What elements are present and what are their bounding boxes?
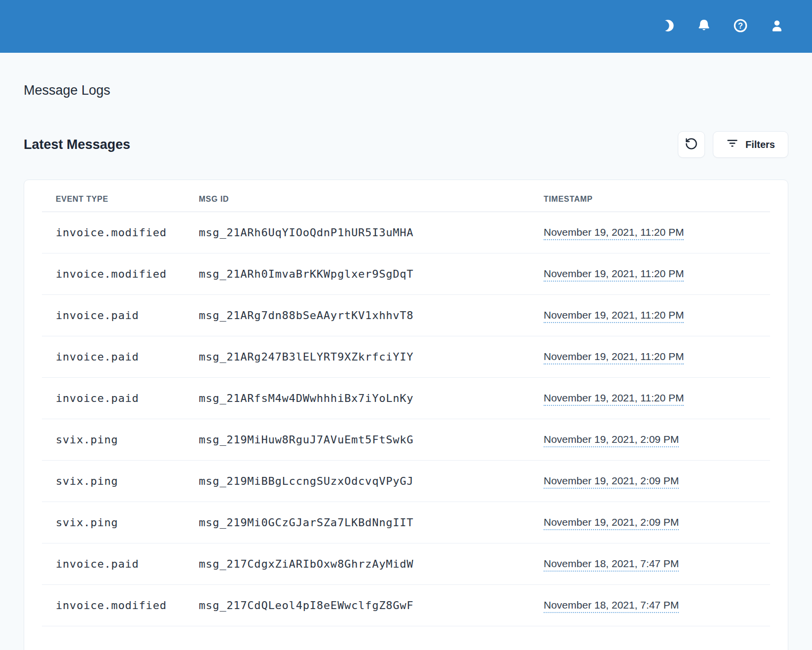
timestamp-value[interactable]: November 19, 2021, 2:09 PM	[544, 433, 679, 447]
timestamp-cell: November 19, 2021, 11:20 PM	[544, 212, 770, 253]
msg-id-cell: msg_217CdQLeol4pI8eEWwclfgZ8GwF	[199, 584, 544, 626]
table-row[interactable]: invoice.modified msg_21ARh6UqYIOoQdnP1hU…	[42, 212, 770, 253]
filters-button-label: Filters	[745, 139, 775, 150]
timestamp-value[interactable]: November 18, 2021, 7:47 PM	[544, 558, 679, 572]
table-row[interactable]: invoice.paid msg_21ARg7dn88bSeAAyrtKV1xh…	[42, 294, 770, 336]
section-heading: Latest Messages	[24, 137, 130, 152]
event-type-cell: invoice.paid	[42, 377, 199, 419]
event-type-cell: svix.ping	[42, 419, 199, 460]
filters-button[interactable]: Filters	[713, 131, 788, 158]
msg-id-cell: msg_21ARg7dn88bSeAAyrtKV1xhhvT8	[199, 294, 544, 336]
event-type-cell: svix.ping	[42, 502, 199, 543]
table-body: invoice.modified msg_21ARh6UqYIOoQdnP1hU…	[42, 212, 770, 626]
timestamp-value[interactable]: November 19, 2021, 11:20 PM	[544, 226, 684, 240]
event-type-cell: svix.ping	[42, 460, 199, 502]
event-type-cell: invoice.modified	[42, 212, 199, 253]
timestamp-cell: November 19, 2021, 11:20 PM	[544, 336, 770, 377]
table-row[interactable]: svix.ping msg_219MiHuw8RguJ7AVuEmt5FtSwk…	[42, 419, 770, 460]
msg-id-cell: msg_21ARfsM4w4DWwhhhiBx7iYoLnKy	[199, 377, 544, 419]
table-row[interactable]: invoice.paid msg_21ARfsM4w4DWwhhhiBx7iYo…	[42, 377, 770, 419]
msg-id-cell: msg_21ARg247B3lELYRT9XZkrfciYIY	[199, 336, 544, 377]
dark-mode-toggle[interactable]	[659, 18, 676, 35]
msg-id-cell: msg_21ARh0ImvaBrKKWpglxer9SgDqT	[199, 253, 544, 294]
msg-id-cell: msg_21ARh6UqYIOoQdnP1hUR5I3uMHA	[199, 212, 544, 253]
table-header-row: EVENT TYPE MSG ID TIMESTAMP	[42, 180, 770, 212]
timestamp-value[interactable]: November 19, 2021, 11:20 PM	[544, 309, 684, 323]
svg-text:?: ?	[738, 21, 743, 30]
timestamp-cell: November 19, 2021, 2:09 PM	[544, 502, 770, 543]
table-row[interactable]: invoice.paid msg_217CdgxZiARIbOxw8GhrzAy…	[42, 543, 770, 584]
table-row[interactable]: invoice.modified msg_21ARh0ImvaBrKKWpglx…	[42, 253, 770, 294]
messages-card: EVENT TYPE MSG ID TIMESTAMP invoice.modi…	[24, 180, 788, 650]
timestamp-value[interactable]: November 19, 2021, 11:20 PM	[544, 392, 684, 406]
event-type-cell: invoice.paid	[42, 336, 199, 377]
timestamp-value[interactable]: November 18, 2021, 7:47 PM	[544, 599, 679, 613]
page-title: Message Logs	[24, 53, 788, 98]
column-header-event-type: EVENT TYPE	[42, 180, 199, 212]
timestamp-value[interactable]: November 19, 2021, 11:20 PM	[544, 351, 684, 364]
timestamp-cell: November 18, 2021, 7:47 PM	[544, 543, 770, 584]
timestamp-value[interactable]: November 19, 2021, 2:09 PM	[544, 475, 679, 489]
timestamp-cell: November 18, 2021, 7:47 PM	[544, 584, 770, 626]
messages-table: EVENT TYPE MSG ID TIMESTAMP invoice.modi…	[42, 180, 770, 626]
timestamp-cell: November 19, 2021, 11:20 PM	[544, 253, 770, 294]
filter-icon	[726, 137, 738, 152]
timestamp-cell: November 19, 2021, 11:20 PM	[544, 377, 770, 419]
table-row[interactable]: svix.ping msg_219MiBBgLccngSUzxOdcvqVPyG…	[42, 460, 770, 502]
table-row[interactable]: invoice.paid msg_21ARg247B3lELYRT9XZkrfc…	[42, 336, 770, 377]
timestamp-value[interactable]: November 19, 2021, 2:09 PM	[544, 516, 679, 530]
topbar: ?	[0, 0, 812, 53]
timestamp-cell: November 19, 2021, 2:09 PM	[544, 460, 770, 502]
help-button[interactable]: ?	[732, 18, 749, 35]
event-type-cell: invoice.paid	[42, 543, 199, 584]
refresh-button[interactable]	[678, 131, 705, 158]
column-header-msg-id: MSG ID	[199, 180, 544, 212]
moon-icon	[660, 18, 675, 35]
profile-icon	[770, 18, 784, 35]
msg-id-cell: msg_219MiBBgLccngSUzxOdcvqVPyGJ	[199, 460, 544, 502]
event-type-cell: invoice.modified	[42, 584, 199, 626]
section-actions: Filters	[678, 131, 788, 158]
timestamp-cell: November 19, 2021, 2:09 PM	[544, 419, 770, 460]
timestamp-value[interactable]: November 19, 2021, 11:20 PM	[544, 268, 684, 282]
bell-icon	[697, 18, 711, 35]
profile-button[interactable]	[769, 18, 785, 35]
notifications-button[interactable]	[696, 18, 712, 35]
help-icon: ?	[733, 18, 748, 35]
event-type-cell: invoice.paid	[42, 294, 199, 336]
section-header: Latest Messages Filters	[24, 126, 788, 164]
table-row[interactable]: svix.ping msg_219Mi0GCzGJarSZa7LKBdNngII…	[42, 502, 770, 543]
msg-id-cell: msg_219MiHuw8RguJ7AVuEmt5FtSwkG	[199, 419, 544, 460]
refresh-ccw-icon	[685, 137, 698, 152]
msg-id-cell: msg_217CdgxZiARIbOxw8GhrzAyMidW	[199, 543, 544, 584]
table-row[interactable]: invoice.modified msg_217CdQLeol4pI8eEWwc…	[42, 584, 770, 626]
msg-id-cell: msg_219Mi0GCzGJarSZa7LKBdNngIIT	[199, 502, 544, 543]
event-type-cell: invoice.modified	[42, 253, 199, 294]
timestamp-cell: November 19, 2021, 11:20 PM	[544, 294, 770, 336]
column-header-timestamp: TIMESTAMP	[544, 180, 770, 212]
